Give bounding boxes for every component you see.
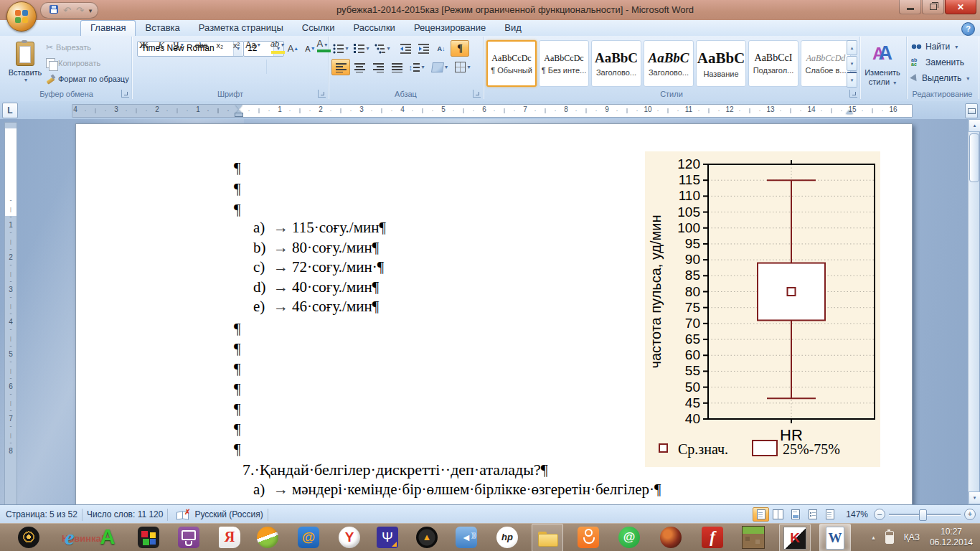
- tab-вид[interactable]: Вид: [495, 20, 531, 36]
- format-painter-button[interactable]: Формат по образцу: [46, 74, 129, 83]
- style-heading2[interactable]: AaBbCЗаголово...: [644, 40, 694, 87]
- office-button[interactable]: [6, 1, 37, 32]
- increase-indent-button[interactable]: [414, 40, 433, 57]
- internet-explorer-icon[interactable]: e: [55, 524, 85, 550]
- grow-font-button[interactable]: А▲: [285, 40, 301, 57]
- answer-line[interactable]: d)→40·соғу./мин¶: [253, 278, 379, 296]
- style-title[interactable]: AaBbCНазвание: [696, 40, 746, 87]
- web-layout-view-button[interactable]: [787, 507, 804, 522]
- decrease-indent-button[interactable]: [396, 40, 415, 57]
- zoom-slider[interactable]: [889, 509, 961, 519]
- battery-icon[interactable]: [885, 531, 894, 544]
- zoom-in-button[interactable]: +: [964, 509, 976, 520]
- tab-главная[interactable]: Главная: [80, 20, 136, 37]
- spellcheck-icon[interactable]: [176, 510, 189, 519]
- line-spacing-caret-icon[interactable]: ▾: [421, 64, 424, 70]
- strikethrough-button[interactable]: abc: [193, 37, 209, 53]
- boxplot-chart[interactable]: 404550556065707580859095100105110115120H…: [645, 151, 880, 467]
- change-case-caret-icon[interactable]: ▾: [258, 42, 260, 48]
- sphere-icon[interactable]: [253, 524, 283, 550]
- bullets-button[interactable]: ▾: [331, 40, 350, 57]
- styles-more-button[interactable]: ▾: [847, 72, 857, 88]
- vertical-ruler[interactable]: 1-|-2-|-3-|-4-|-5-|-6-|-7-|-8-|-: [4, 122, 17, 504]
- sort-button[interactable]: А↓: [432, 40, 451, 57]
- borders-caret-icon[interactable]: ▾: [467, 64, 470, 70]
- minimize-button[interactable]: [899, 0, 921, 14]
- puzzle-icon[interactable]: [133, 524, 164, 550]
- clipboard-dialog-launcher[interactable]: [121, 90, 129, 98]
- shading-caret-icon[interactable]: ▾: [445, 64, 448, 70]
- green-a-icon[interactable]: A: [93, 524, 123, 550]
- yandex-icon[interactable]: Я: [215, 524, 245, 550]
- question-text[interactable]: 7.·Қандай·белгілер·дискретті··деп·аталад…: [242, 460, 548, 479]
- styles-dialog-launcher[interactable]: [849, 90, 857, 98]
- tray-expand-button[interactable]: ▴: [872, 534, 875, 541]
- volume-icon[interactable]: ◄: [451, 524, 481, 550]
- borders-button[interactable]: ▾: [453, 59, 472, 75]
- underline-button[interactable]: Ч▾: [170, 37, 187, 53]
- font-color-caret-icon[interactable]: ▾: [324, 42, 327, 48]
- style-subtle-emphasis[interactable]: AaBbCcDdСлабое в...: [801, 40, 851, 87]
- show-marks-button[interactable]: ¶: [451, 40, 469, 57]
- highlight-button[interactable]: ab▾: [270, 39, 286, 55]
- tab-вставка[interactable]: Вставка: [136, 20, 189, 36]
- ruler-toggle-button[interactable]: [965, 103, 978, 118]
- align-left-button[interactable]: [331, 59, 350, 75]
- flash-icon[interactable]: f: [697, 524, 727, 550]
- zoom-slider-thumb[interactable]: [919, 509, 927, 521]
- change-case-button[interactable]: Aa▾: [245, 37, 261, 53]
- superscript-button[interactable]: x²: [228, 37, 245, 53]
- tab-selector-button[interactable]: L: [2, 103, 18, 118]
- aimp-icon[interactable]: ▲: [412, 524, 442, 550]
- outline-view-button[interactable]: [804, 507, 821, 522]
- answer-line[interactable]: a)→мәндері·кемінде·бір·өлшем·бірлікке·өз…: [253, 480, 661, 499]
- change-styles-label[interactable]: Изменить стили ▾: [859, 68, 906, 88]
- odnoklassniki-icon[interactable]: [573, 524, 603, 550]
- planet-icon[interactable]: [656, 524, 686, 550]
- punto-icon[interactable]: Ψ: [372, 524, 402, 550]
- paste-button[interactable]: Вставить ▾: [5, 39, 45, 90]
- style-subtitle[interactable]: AaBbCcIПодзагол...: [748, 40, 798, 87]
- close-button[interactable]: ✕: [945, 0, 976, 14]
- style-heading1[interactable]: AaBbCЗаголово...: [591, 40, 641, 87]
- vertical-scrollbar[interactable]: ▴ ▾: [968, 119, 979, 504]
- webcam-icon[interactable]: [14, 524, 44, 550]
- answer-line[interactable]: b)→80·соғу./мин¶: [253, 238, 379, 257]
- tab-разметка-страницы[interactable]: Разметка страницы: [189, 20, 293, 36]
- hp-icon[interactable]: hp: [492, 524, 522, 550]
- multilevel-list-button[interactable]: ▾: [373, 40, 392, 57]
- answer-line[interactable]: e)→46·соғу./мин¶: [253, 297, 379, 316]
- styles-scroll-down-button[interactable]: ▾: [847, 56, 857, 71]
- zoom-level[interactable]: 147%: [846, 509, 868, 519]
- style-no-spacing[interactable]: AaBbCcDc¶ Без инте...: [539, 40, 589, 87]
- word-icon[interactable]: W: [819, 524, 851, 551]
- horizontal-ruler[interactable]: 4··3··2··1····12345678910111213141516···…: [72, 104, 913, 118]
- first-line-indent-marker[interactable]: [235, 105, 242, 109]
- align-right-button[interactable]: [369, 59, 387, 75]
- save-button[interactable]: [50, 4, 58, 17]
- zoom-out-button[interactable]: –: [874, 509, 885, 520]
- scroll-up-button[interactable]: ▴: [969, 119, 980, 132]
- mail-agent-icon[interactable]: @: [614, 524, 644, 550]
- line-spacing-button[interactable]: ▾: [407, 59, 426, 75]
- change-styles-button[interactable]: AA: [859, 42, 906, 65]
- bold-button[interactable]: Ж: [136, 37, 152, 53]
- document-page[interactable]: 7.·Қандай·белгілер·дискретті··деп·аталад…: [75, 123, 913, 504]
- tab-рассылки[interactable]: Рассылки: [344, 20, 405, 36]
- screencast-icon[interactable]: [174, 524, 204, 550]
- kaspersky-icon[interactable]: K: [779, 524, 811, 551]
- highlight-caret-icon[interactable]: ▾: [281, 42, 283, 48]
- fullscreen-reading-view-button[interactable]: [770, 507, 786, 522]
- undo-button[interactable]: ↶: [63, 4, 71, 17]
- page-indicator[interactable]: Страница: 5 из 52: [6, 509, 77, 519]
- copy-button[interactable]: Копировать: [46, 58, 100, 68]
- paragraph-dialog-launcher[interactable]: [473, 90, 481, 98]
- numbering-button[interactable]: ▾: [352, 40, 371, 57]
- help-button[interactable]: ?: [961, 22, 975, 36]
- numbering-caret-icon[interactable]: ▾: [366, 45, 369, 52]
- replace-button[interactable]: abacЗаменить: [911, 57, 964, 67]
- shading-button[interactable]: ▾: [430, 59, 449, 75]
- subscript-button[interactable]: x₂: [212, 37, 228, 53]
- language-indicator[interactable]: ҚАЗ: [904, 532, 920, 542]
- restore-button[interactable]: [922, 0, 944, 14]
